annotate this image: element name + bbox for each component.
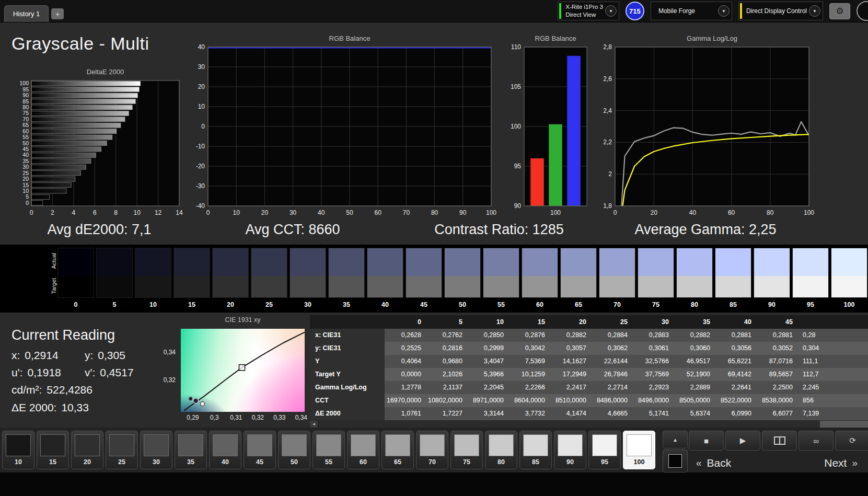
pattern-swatch [592,434,617,456]
table-cell: 0,3057 [550,342,591,355]
pattern-level-30[interactable]: 30 [140,431,172,469]
svg-text:2,8: 2,8 [603,43,612,51]
table-cell: 3,7732 [508,407,550,420]
add-tab-button[interactable]: + [51,8,64,19]
pattern-swatch [489,434,514,456]
svg-text:90: 90 [514,202,522,210]
meter-connection-box[interactable]: X-Rite i1Pro 3 Direct View ▼ [558,2,619,20]
table-column-header: 35 [674,315,715,329]
collapse-toolbar-button[interactable]: ▲ [663,431,688,448]
target-swatch [406,276,442,298]
target-swatch [251,276,287,298]
strip-label-target: Target [51,270,57,302]
svg-text:RGB Balance: RGB Balance [329,34,371,42]
row-label: Target Y [310,368,385,381]
pattern-window-button[interactable] [762,431,797,451]
pattern-level-75[interactable]: 75 [450,431,483,469]
pattern-level-20[interactable]: 20 [71,431,103,469]
pattern-level-100[interactable]: 100 [623,431,655,469]
reading-luminance-line: cd/m²:522,4286 [11,384,179,396]
table-cell: 0,3042 [508,342,550,355]
settings-gear-icon[interactable]: ⚙ [829,3,850,19]
reading-luminance: cd/m²:522,4286 [11,384,92,396]
table-cell: 8522,0000 [715,394,756,407]
pattern-level-10[interactable]: 10 [2,431,34,469]
svg-text:95: 95 [514,163,522,170]
pattern-level-95[interactable]: 95 [588,431,621,469]
pattern-level-25[interactable]: 25 [106,431,138,469]
pattern-level-55[interactable]: 55 [313,431,345,469]
meter-name: X-Rite i1Pro 3 [565,3,603,11]
grayscale-swatch-15: 15 [173,248,210,308]
table-cell: 0,2882 [674,329,715,342]
grayscale-swatch-strip: Actual Target 05101520253035404550556065… [0,245,868,313]
pattern-level-label: 55 [313,458,344,466]
table-row: Gamma Log/Log1,27782,11372,20452,22662,2… [310,381,868,394]
table-corner-cell [310,315,385,329]
table-cell: 0,2628 [385,329,426,342]
table-cell: 0,2881 [756,329,797,342]
blackout-pattern-button[interactable] [663,449,688,472]
svg-text:8: 8 [114,209,118,216]
display-dropdown-icon[interactable]: ▼ [809,5,820,17]
pattern-swatch [351,434,376,456]
pattern-level-45[interactable]: 45 [244,431,276,469]
table-cell: 4,6665 [591,407,632,420]
table-cell: 0,2876 [508,329,550,342]
row-label: Gamma Log/Log [310,381,385,394]
svg-text:85: 85 [22,98,29,105]
meter-dropdown-icon[interactable]: ▼ [605,5,617,17]
pattern-level-50[interactable]: 50 [278,431,310,469]
swatch-level-label: 55 [483,301,519,308]
pattern-level-label: 40 [210,458,241,466]
history-tab[interactable]: History 1 [4,5,49,22]
continuous-measure-button[interactable]: ∞ [798,431,834,451]
table-cell-clipped: 111,1 [797,355,868,368]
table-cell: 0,2881 [715,329,756,342]
svg-text:60: 60 [375,209,382,216]
table-row: x: CIE310,26280,27620,28500,28760,28820,… [310,329,868,342]
edge-circle-button[interactable] [857,1,868,21]
pattern-level-15[interactable]: 15 [37,431,69,469]
grayscale-swatch-30: 30 [290,248,326,308]
scrollbar-thumb[interactable] [318,421,820,428]
table-cell: 32,5766 [632,355,674,368]
source-connection-box[interactable]: Mobile Forge ▼ [651,2,732,20]
svg-text:55: 55 [22,134,29,140]
pattern-swatch [316,434,341,456]
display-connection-box[interactable]: Direct Display Control ▼ [738,2,823,20]
svg-text:70: 70 [403,209,410,216]
table-column-header: 30 [632,315,674,329]
pattern-level-60[interactable]: 60 [347,431,379,469]
svg-text:5: 5 [26,193,29,200]
actual-swatch [638,248,674,276]
stop-button[interactable]: ■ [689,431,724,451]
swatch-level-label: 95 [792,301,829,308]
next-button[interactable]: Next » [824,457,858,469]
table-cell: 3,3144 [467,407,508,420]
pattern-level-80[interactable]: 80 [485,431,517,469]
pattern-level-35[interactable]: 35 [175,431,207,469]
swatch-level-label: 100 [831,301,867,308]
grayscale-swatch-25: 25 [251,248,287,308]
current-reading-title: Current Reading [11,327,115,343]
svg-text:-10: -10 [196,143,205,150]
stat-avg-de2000: Avg dE2000: 7,1 [13,222,186,238]
table-cell: 0,3056 [715,342,756,355]
table-scrollbar[interactable]: ◄ [310,421,868,428]
pattern-level-85[interactable]: 85 [519,431,552,469]
table-cell: 2,1137 [426,381,467,394]
pattern-level-90[interactable]: 90 [554,431,586,469]
source-dropdown-icon[interactable]: ▼ [718,5,730,17]
table-cell: 2,2417 [550,381,591,394]
table-cell: 0,9680 [426,355,467,368]
pattern-level-70[interactable]: 70 [416,431,448,469]
pattern-level-65[interactable]: 65 [381,431,414,469]
play-button[interactable]: ▶ [725,431,760,451]
back-button[interactable]: « Back [696,457,731,469]
scroll-left-icon[interactable]: ◄ [310,421,318,428]
loop-measure-button[interactable]: ⟳ [835,431,868,451]
table-cell-clipped: 856 [797,394,868,407]
pattern-level-40[interactable]: 40 [209,431,241,469]
actual-swatch [560,248,597,276]
